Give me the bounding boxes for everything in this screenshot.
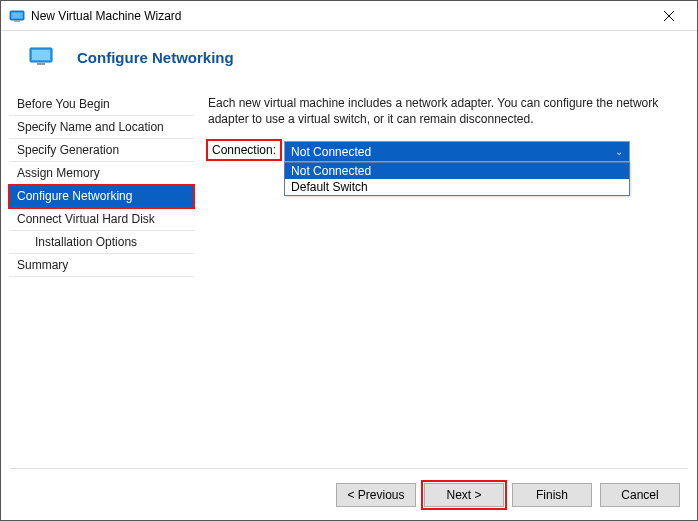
sidebar-item-assign-memory[interactable]: Assign Memory <box>9 162 194 185</box>
app-icon <box>9 8 25 24</box>
connection-row: Connection: Not Connected ⌄ Not Connecte… <box>208 141 677 162</box>
connection-label: Connection: <box>208 141 280 159</box>
main-panel: Each new virtual machine includes a netw… <box>194 87 697 447</box>
footer-separator <box>10 468 688 469</box>
svg-rect-2 <box>14 20 20 21</box>
sidebar-item-specify-name[interactable]: Specify Name and Location <box>9 116 194 139</box>
sidebar-item-configure-networking[interactable]: Configure Networking <box>9 185 194 208</box>
sidebar-item-specify-generation[interactable]: Specify Generation <box>9 139 194 162</box>
connection-combo[interactable]: Not Connected ⌄ Not Connected Default Sw… <box>284 141 630 162</box>
finish-button[interactable]: Finish <box>512 483 592 507</box>
sidebar-item-summary[interactable]: Summary <box>9 254 194 277</box>
wizard-icon <box>29 45 53 69</box>
dropdown-item-default-switch[interactable]: Default Switch <box>285 179 629 195</box>
sidebar-item-connect-vhd[interactable]: Connect Virtual Hard Disk <box>9 208 194 231</box>
dropdown-item-not-connected[interactable]: Not Connected <box>285 163 629 179</box>
svg-rect-6 <box>32 50 50 60</box>
wizard-header: Configure Networking <box>1 31 697 87</box>
svg-rect-7 <box>37 63 45 65</box>
close-button[interactable] <box>649 2 689 30</box>
footer-buttons: < Previous Next > Finish Cancel <box>336 483 680 507</box>
sidebar-item-before-you-begin[interactable]: Before You Begin <box>9 93 194 116</box>
titlebar: New Virtual Machine Wizard <box>1 1 697 31</box>
window-title: New Virtual Machine Wizard <box>31 9 649 23</box>
page-title: Configure Networking <box>77 49 234 66</box>
connection-selected-text: Not Connected <box>291 145 371 159</box>
sidebar-item-installation-options[interactable]: Installation Options <box>9 231 194 254</box>
wizard-body: Before You Begin Specify Name and Locati… <box>1 87 697 447</box>
svg-rect-1 <box>12 12 23 18</box>
chevron-down-icon: ⌄ <box>615 146 623 157</box>
connection-selected[interactable]: Not Connected ⌄ <box>284 141 630 162</box>
sidebar: Before You Begin Specify Name and Locati… <box>9 87 194 447</box>
connection-dropdown: Not Connected Default Switch <box>284 162 630 196</box>
cancel-button[interactable]: Cancel <box>600 483 680 507</box>
close-icon <box>664 11 674 21</box>
previous-button[interactable]: < Previous <box>336 483 416 507</box>
description-text: Each new virtual machine includes a netw… <box>208 95 677 127</box>
next-button[interactable]: Next > <box>424 483 504 507</box>
